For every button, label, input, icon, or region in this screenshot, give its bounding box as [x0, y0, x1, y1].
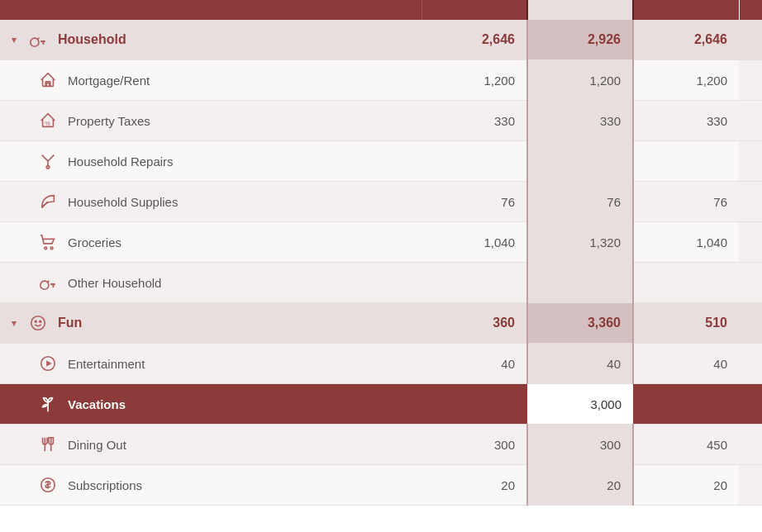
row-label-household-group[interactable]: ▾Household: [0, 20, 421, 60]
cell-apr-mortgage-rent: 1,200: [527, 60, 633, 101]
cell-apr-household-supplies: 76: [527, 182, 633, 222]
cell-jun-household-group: [739, 20, 762, 60]
cell-mar-property-taxes: 330: [421, 101, 527, 141]
header-apr22: [527, 0, 633, 20]
cell-mar-entertainment: 40: [421, 344, 527, 384]
cell-may-mortgage-rent: 1,200: [633, 60, 739, 101]
fork-knife-icon: [36, 433, 60, 456]
cell-jun-household-supplies: [739, 182, 762, 222]
row-label-subscriptions: Subscriptions: [0, 465, 421, 506]
row-label-dining-out: Dining Out: [0, 425, 421, 465]
row-label-groceries: Groceries: [0, 222, 421, 263]
cell-may-dining-out: 450: [633, 425, 739, 465]
cell-jun-entertainment: [739, 344, 762, 384]
percent-house-icon: %: [36, 109, 60, 132]
row-text-vacations: Vacations: [68, 397, 126, 411]
cell-apr-fun-group: 3,360: [527, 303, 633, 344]
row-text-property-taxes: Property Taxes: [68, 114, 150, 128]
leaf-icon: [36, 190, 60, 213]
cell-may-entertainment: 40: [633, 344, 739, 384]
cell-may-subscriptions: 20: [633, 465, 739, 506]
dollar-circle-icon: [36, 473, 60, 496]
svg-text:%: %: [45, 120, 50, 127]
cell-jun-subscriptions: [739, 465, 762, 506]
play-icon: [36, 352, 60, 375]
chevron-down-icon[interactable]: ▾: [12, 35, 17, 45]
cell-mar-fun-group: 360: [421, 303, 527, 344]
row-label-property-taxes: %Property Taxes: [0, 101, 421, 141]
cell-may-property-taxes: 330: [633, 101, 739, 141]
row-label-vacations[interactable]: Vacations: [0, 384, 421, 425]
cell-jun-vacations: [739, 384, 762, 425]
row-text-mortgage-rent: Mortgage/Rent: [68, 74, 150, 88]
cell-may-vacations: [633, 384, 739, 425]
cell-jun-household-repairs: [739, 141, 762, 182]
row-text-household-repairs: Household Repairs: [68, 154, 174, 169]
svg-marker-15: [46, 360, 51, 366]
cell-may-household-group: 2,646: [633, 20, 739, 60]
key2-icon: [36, 271, 60, 294]
row-text-household-supplies: Household Supplies: [68, 195, 178, 209]
cell-mar-household-group: 2,646: [421, 20, 527, 60]
cell-apr-dining-out: 300: [527, 425, 633, 465]
row-label-household-repairs: Household Repairs: [0, 141, 421, 182]
cell-apr-entertainment: 40: [527, 344, 633, 384]
cart-icon: [36, 230, 60, 254]
row-text-household-group: Household: [58, 32, 126, 47]
cell-mar-vacations: [421, 384, 527, 425]
svg-point-11: [31, 316, 45, 330]
cell-mar-other-household: [421, 263, 527, 303]
cell-mar-household-supplies: 76: [421, 182, 527, 222]
row-label-household-supplies: Household Supplies: [0, 182, 421, 222]
cell-mar-household-repairs: [421, 141, 527, 182]
row-text-groceries: Groceries: [68, 235, 121, 249]
svg-point-9: [50, 247, 53, 249]
row-text-subscriptions: Subscriptions: [68, 478, 142, 492]
row-text-dining-out: Dining Out: [68, 438, 126, 452]
smiley-icon: [26, 311, 50, 335]
palm-icon: [36, 392, 60, 416]
svg-point-6: [46, 166, 50, 169]
row-label-entertainment: Entertainment: [0, 344, 421, 384]
cell-may-household-supplies: 76: [633, 182, 739, 222]
cell-apr-household-group: 2,926: [527, 20, 633, 60]
row-text-entertainment: Entertainment: [68, 357, 145, 371]
cell-mar-mortgage-rent: 1,200: [421, 60, 527, 101]
row-label-other-household: Other Household: [0, 263, 421, 303]
svg-point-12: [35, 321, 36, 322]
chevron-down-icon[interactable]: ▾: [12, 318, 17, 329]
header-jun: [739, 0, 762, 20]
house-icon: [36, 69, 60, 92]
cell-may-fun-group: 510: [633, 303, 739, 344]
cell-jun-fun-group: [739, 303, 762, 344]
svg-point-13: [40, 321, 41, 322]
svg-point-8: [45, 247, 47, 249]
cell-jun-dining-out: [739, 425, 762, 465]
cell-apr-vacations[interactable]: 3,000: [527, 384, 633, 425]
key-icon: [26, 28, 50, 51]
cell-apr-property-taxes: 330: [527, 101, 633, 141]
cell-may-other-household: [633, 263, 739, 303]
cell-apr-other-household: [527, 263, 633, 303]
cell-jun-property-taxes: [739, 101, 762, 141]
header-may22: [633, 0, 739, 20]
row-text-fun-group: Fun: [58, 316, 82, 330]
cell-jun-mortgage-rent: [739, 60, 762, 101]
cell-mar-subscriptions: 20: [421, 465, 527, 506]
cell-jun-other-household: [739, 263, 762, 303]
svg-line-4: [48, 155, 54, 161]
cell-apr-subscriptions: 20: [527, 465, 633, 506]
cell-apr-groceries: 1,320: [527, 222, 633, 263]
cell-may-household-repairs: [633, 141, 739, 182]
svg-line-3: [42, 155, 48, 161]
cell-may-groceries: 1,040: [633, 222, 739, 263]
row-text-other-household: Other Household: [68, 276, 161, 290]
row-label-fun-group[interactable]: ▾Fun: [0, 303, 421, 344]
row-label-mortgage-rent: Mortgage/Rent: [0, 60, 421, 101]
header-expenses: [0, 0, 421, 20]
cell-jun-groceries: [739, 222, 762, 263]
tools-icon: [36, 150, 60, 173]
cell-mar-groceries: 1,040: [421, 222, 527, 263]
expenses-table: ▾Household2,6462,9262,646Mortgage/Rent1,…: [0, 0, 762, 506]
cell-apr-household-repairs: [527, 141, 633, 182]
